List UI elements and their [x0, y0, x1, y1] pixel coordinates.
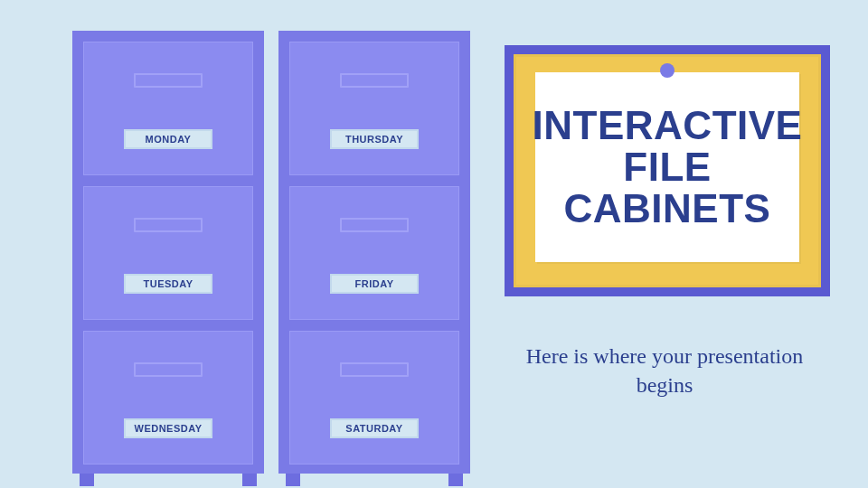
- cabinet-right: THURSDAY FRIDAY SATURDAY: [278, 31, 470, 474]
- drawer-label: MONDAY: [146, 134, 192, 145]
- drawer-handle-icon: [340, 362, 409, 377]
- drawer-label: WEDNESDAY: [135, 423, 203, 434]
- slide-stage: MONDAY TUESDAY WEDNESDAY THURSDAY: [0, 0, 868, 488]
- drawer-label-plate: THURSDAY: [330, 129, 419, 149]
- drawer-handle-icon: [340, 218, 409, 232]
- drawer-label: TUESDAY: [143, 278, 193, 289]
- slide-title: Interactive File Cabinets: [533, 105, 803, 230]
- drawer-label: SATURDAY: [345, 423, 402, 434]
- cabinets-group: MONDAY TUESDAY WEDNESDAY THURSDAY: [72, 31, 470, 474]
- drawer-label-plate: SATURDAY: [330, 418, 419, 438]
- drawer-handle-icon: [340, 73, 409, 88]
- title-note: Interactive File Cabinets: [535, 72, 799, 262]
- drawer-handle-icon: [134, 218, 203, 232]
- drawer-label-plate: WEDNESDAY: [124, 418, 212, 438]
- drawer-wednesday[interactable]: WEDNESDAY: [83, 331, 253, 465]
- drawer-saturday[interactable]: SATURDAY: [289, 331, 459, 465]
- drawer-thursday[interactable]: THURSDAY: [289, 42, 459, 175]
- drawer-label-plate: MONDAY: [124, 129, 212, 149]
- drawer-label: FRIDAY: [355, 278, 394, 289]
- drawer-handle-icon: [134, 362, 203, 377]
- drawer-label-plate: FRIDAY: [330, 274, 419, 294]
- drawer-label-plate: TUESDAY: [124, 274, 212, 294]
- pushpin-icon: [660, 63, 675, 78]
- drawer-monday[interactable]: MONDAY: [83, 42, 253, 175]
- drawer-friday[interactable]: FRIDAY: [289, 186, 459, 320]
- bulletin-board: Interactive File Cabinets: [505, 45, 830, 296]
- drawer-handle-icon: [134, 73, 203, 88]
- cabinet-left: MONDAY TUESDAY WEDNESDAY: [72, 31, 264, 474]
- title-line-1: Interactive: [533, 105, 803, 146]
- drawer-tuesday[interactable]: TUESDAY: [83, 186, 253, 320]
- title-line-2: File Cabinets: [533, 146, 803, 230]
- drawer-label: THURSDAY: [345, 134, 403, 145]
- slide-subtitle: Here is where your presentation begins: [515, 342, 814, 400]
